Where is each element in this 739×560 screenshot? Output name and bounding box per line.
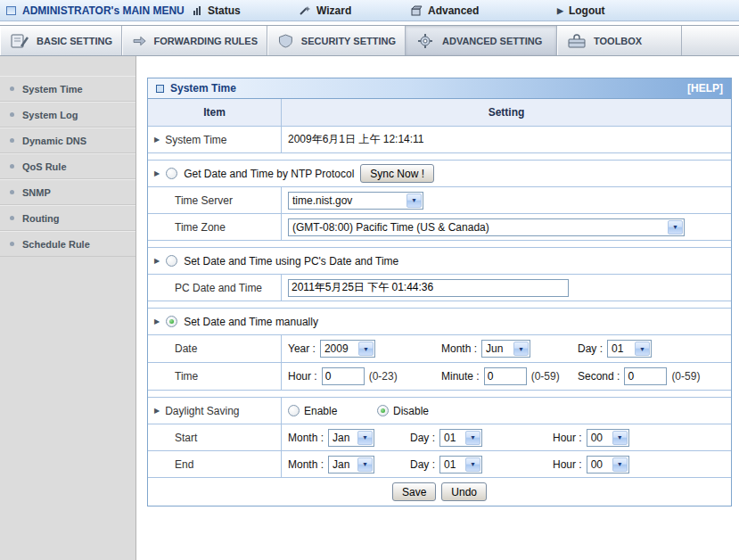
year-select[interactable]: 2009 ▼ [320,340,375,358]
daylight-disable-radio[interactable] [377,405,389,416]
end-day-select[interactable]: 01 ▼ [439,456,482,474]
start-day-select[interactable]: 01 ▼ [439,429,482,447]
daylight-start-setting-cell: Month : Jan ▼ Day : 01 ▼ [282,424,731,450]
end-month-group: Month : Jan ▼ [288,456,406,474]
section-spacer [148,301,731,308]
time-server-row: Time Server time.nist.gov ▼ [148,186,731,213]
tab-bar: BASIC SETTING FORWARDING RULES SECURITY … [0,25,739,56]
sidebar-item-routing[interactable]: Routing [0,205,135,231]
start-month-select[interactable]: Jan ▼ [328,429,374,447]
minute-input[interactable] [484,367,527,385]
panel-header: System Time [HELP] [148,78,731,99]
save-button[interactable]: Save [392,482,436,501]
section-marker-icon: ▶ [154,317,160,325]
tab-toolbox[interactable]: TOOLBOX [557,26,682,55]
daylight-end-label: End [148,451,282,477]
dropdown-arrow-icon: ▼ [465,431,480,445]
tab-security-setting[interactable]: SECURITY SETTING [267,26,406,55]
menu-item-wizard[interactable]: Wizard [299,4,410,17]
manual-section-row: ▶ Set Date and Time manually [148,308,731,334]
end-month-value: Jan [333,458,357,471]
undo-button[interactable]: Undo [441,482,487,501]
pc-datetime-setting-cell [282,275,731,301]
start-hour-label: Hour : [553,432,582,444]
tab-label: TOOLBOX [594,36,642,46]
toolbox-icon [566,32,587,50]
manual-label: Set Date and Time manually [184,316,318,328]
end-hour-group: Hour : 00 ▼ [553,456,629,474]
menu-item-advanced[interactable]: Advanced [410,4,557,17]
daylight-start-row: Start Month : Jan ▼ Day : 01 ▼ [148,424,731,450]
section-spacer [148,390,731,397]
minute-label: Minute : [441,370,480,383]
help-link[interactable]: [HELP] [687,82,723,95]
hour-input[interactable] [322,367,365,385]
start-hour-select[interactable]: 00 ▼ [587,429,629,447]
time-label: Time [148,363,282,390]
sync-now-button[interactable]: Sync Now ! [360,164,434,183]
security-setting-icon [276,32,295,50]
sidebar-item-schedule-rule[interactable]: Schedule Rule [0,231,135,257]
daylight-enable-radio[interactable] [288,405,300,416]
tab-label: SECURITY SETTING [301,36,396,46]
daylight-start-label: Start [148,424,282,450]
dropdown-arrow-icon: ▼ [612,457,628,472]
menu-item-status[interactable]: Status [192,4,299,17]
time-server-select[interactable]: time.nist.gov ▼ [288,192,423,210]
dropdown-arrow-icon: ▼ [513,342,529,356]
dropdown-arrow-icon: ▼ [635,342,650,356]
basic-setting-icon [9,32,30,50]
sidebar-item-system-time[interactable]: System Time [0,76,135,102]
section-spacer [148,152,731,160]
manual-radio[interactable] [166,316,177,327]
daylight-enable-label: Enable [304,405,337,417]
ntp-section-row: ▶ Get Date and Time by NTP Protocol Sync… [148,160,731,186]
daylight-disable-group: Disable [377,405,429,417]
ntp-radio[interactable] [166,168,177,179]
menu-item-logout[interactable]: ▶ Logout [557,4,605,17]
pc-time-radio[interactable] [166,255,177,267]
system-time-label: System Time [165,134,226,146]
start-day-value: 01 [444,432,465,444]
pc-datetime-input[interactable] [288,279,569,297]
bullet-icon [10,138,14,143]
section-marker-icon: ▶ [154,136,160,144]
time-server-setting-cell: time.nist.gov ▼ [282,187,731,213]
sidebar-item-snmp[interactable]: SNMP [0,179,135,205]
start-day-group: Day : 01 ▼ [410,429,548,447]
daylight-saving-setting-cell: Enable Disable [282,398,731,424]
end-day-label: Day : [410,458,435,471]
month-select[interactable]: Jun ▼ [481,340,530,358]
time-server-value: time.nist.gov [292,194,406,207]
dropdown-arrow-icon: ▼ [357,431,373,445]
tab-basic-setting[interactable]: BASIC SETTING [0,26,122,55]
top-menubar: ADMINISTRATOR's MAIN MENU Status Wizard … [0,0,739,21]
date-setting-cell: Year : 2009 ▼ Month : Jun ▼ [282,335,731,362]
day-select[interactable]: 01 ▼ [607,340,652,358]
advanced-icon [410,5,423,16]
end-hour-select[interactable]: 00 ▼ [587,456,629,474]
second-input[interactable] [624,367,667,385]
ntp-label: Get Date and Time by NTP Protocol [184,168,354,180]
sidebar-item-label: SNMP [22,187,51,198]
date-label: Date [148,335,282,362]
main-layout: System Time System Log Dynamic DNS QoS R… [0,56,739,560]
end-hour-label: Hour : [553,458,582,471]
dropdown-arrow-icon: ▼ [358,342,374,356]
hour-group: Hour : (0-23) [288,367,437,385]
bullet-icon [10,164,14,169]
sidebar-item-dynamic-dns[interactable]: Dynamic DNS [0,128,135,153]
bullet-icon [10,190,14,194]
end-month-select[interactable]: Jan ▼ [328,456,374,474]
bullet-icon [10,112,14,117]
time-zone-select[interactable]: (GMT-08:00) Pacific Time (US & Canada) ▼ [288,218,685,236]
tab-advanced-setting[interactable]: ADVANCED SETTING [406,26,557,55]
sidebar-item-qos-rule[interactable]: QoS Rule [0,153,135,179]
sidebar-item-system-log[interactable]: System Log [0,102,135,128]
dropdown-arrow-icon: ▼ [668,220,683,235]
column-header-item: Item [148,99,282,126]
daylight-saving-row: ▶ Daylight Saving Enable Disable [148,397,731,424]
tab-forwarding-rules[interactable]: FORWARDING RULES [122,26,267,55]
tab-bar-filler [682,26,739,55]
system-time-panel: System Time [HELP] Item Setting ▶ System… [147,78,732,506]
